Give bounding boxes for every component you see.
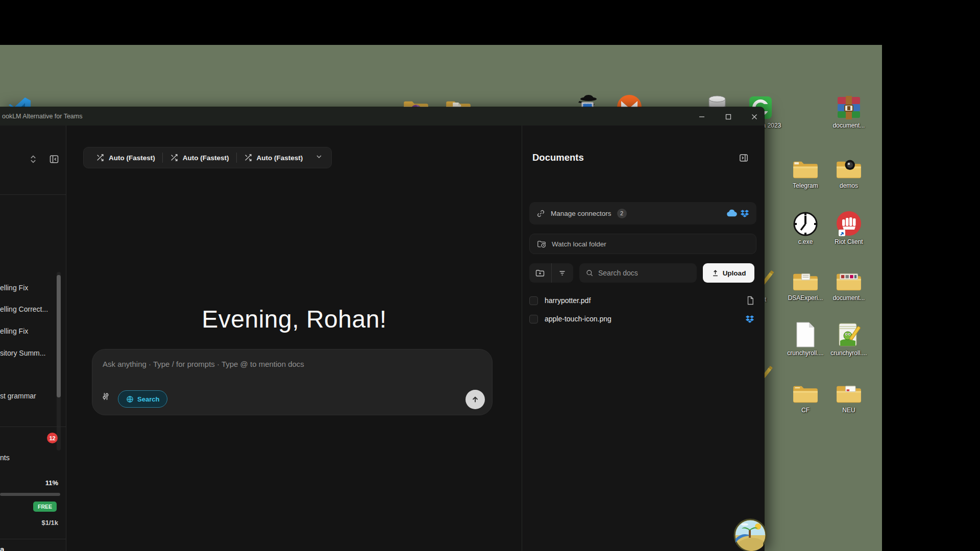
island-app-icon[interactable] — [733, 518, 767, 551]
collapse-documents-button[interactable] — [739, 153, 749, 165]
search-icon — [585, 269, 594, 277]
maximize-button[interactable] — [721, 111, 736, 123]
desktop-icon-label: c.exe — [798, 238, 813, 245]
chat-history-item[interactable]: elling Fix — [0, 327, 28, 336]
dropbox-icon — [745, 315, 754, 323]
divider — [0, 427, 66, 427]
model-selector-label: Auto (Fastest) — [183, 154, 229, 162]
file-row[interactable]: apple-touch-icon.png — [529, 311, 756, 327]
sidebar-nav-item[interactable]: nts — [0, 454, 10, 462]
file-checkbox[interactable] — [529, 315, 538, 323]
filter-button[interactable] — [551, 269, 573, 278]
filter-icon — [558, 269, 567, 278]
desktop-icon-label: Riot Client — [835, 238, 863, 245]
shuffle-icon — [170, 154, 178, 162]
prompt-options-button[interactable] — [101, 391, 111, 404]
desktop-icon-neu[interactable]: NEU — [827, 377, 870, 414]
desktop-icon-cf[interactable]: CF — [784, 377, 827, 414]
prompt-input[interactable] — [103, 360, 429, 368]
send-button[interactable] — [465, 390, 485, 409]
desktop-icon-crunchyroll-doc[interactable]: crunchyroll.... — [784, 319, 827, 357]
letterbox-right — [882, 0, 980, 551]
desktop-icon-document-folder[interactable]: document... — [827, 264, 870, 302]
desktop-icon-label: NEU — [842, 407, 855, 414]
web-search-toggle[interactable]: Search — [118, 390, 167, 408]
chevron-down-icon — [315, 153, 323, 161]
open-panel-icon — [739, 153, 749, 163]
docs-search-input[interactable] — [598, 269, 685, 277]
unfold-icon — [28, 154, 38, 164]
chat-history-item[interactable]: elling Fix — [0, 284, 28, 293]
documents-panel: Documents Manage connectors 2 Watch loca… — [522, 126, 764, 551]
manage-connectors-button[interactable]: Manage connectors 2 — [529, 202, 756, 224]
send-icon — [471, 395, 480, 404]
desktop-icon-label: demos — [840, 182, 858, 189]
docs-search-box[interactable] — [579, 263, 697, 283]
sidebar-scrollbar-thumb[interactable] — [57, 275, 61, 397]
desktop-icon-riot-client[interactable]: Riot Client — [827, 208, 870, 245]
plan-badge: FREE — [33, 502, 57, 512]
letterbox-top — [0, 0, 980, 45]
watch-local-folder-button[interactable]: Watch local folder — [529, 234, 756, 254]
folder-plus-icon — [535, 269, 545, 277]
account-name: a — [0, 545, 4, 551]
folder-watch-icon — [537, 240, 546, 248]
file-row[interactable]: harrypotter.pdf — [529, 293, 756, 308]
new-folder-button[interactable] — [529, 269, 551, 277]
connectors-count-badge: 2 — [617, 209, 627, 218]
close-button[interactable] — [747, 111, 762, 123]
desktop-icon-document-rar[interactable]: document... — [827, 92, 870, 129]
desktop-icon-label: DSAExperi... — [788, 294, 823, 302]
divider — [0, 539, 66, 539]
desktop-icon-tax[interactable]: TAX — [827, 549, 870, 551]
upload-label: Upload — [723, 269, 746, 277]
file-checkbox[interactable] — [529, 296, 538, 305]
desktop-icon-label: document... — [833, 122, 865, 129]
manage-connectors-label: Manage connectors — [551, 210, 611, 217]
documents-toolbar: Upload — [529, 263, 756, 283]
watch-local-folder-label: Watch local folder — [552, 240, 606, 248]
file-icon — [746, 296, 754, 305]
view-controls — [529, 263, 573, 283]
shortcut-arrow-icon — [839, 230, 845, 236]
desktop-icon-crunchyroll-npp[interactable]: crunchyroll.... — [827, 319, 870, 357]
shuffle-icon — [244, 154, 252, 162]
model-selector-1[interactable]: Auto (Fastest) — [89, 154, 162, 162]
collapse-sidebar-button[interactable] — [49, 154, 59, 166]
upload-icon — [712, 269, 719, 277]
minimize-icon — [699, 114, 705, 120]
dropbox-icon — [740, 209, 749, 218]
web-search-label: Search — [137, 395, 159, 403]
desktop-icon-label: document... — [833, 294, 865, 302]
folder-paper-icon — [836, 377, 862, 405]
notepad-plus-plus-icon — [836, 319, 862, 348]
desktop-icon-label: Telegram — [793, 182, 818, 189]
model-selector-bar: Auto (Fastest) Auto (Fastest) Auto (Fast… — [83, 147, 332, 168]
unfold-button[interactable] — [28, 154, 38, 166]
blank-file-icon — [795, 319, 816, 348]
minimize-button[interactable] — [694, 111, 709, 123]
folder-camera-icon — [836, 152, 862, 181]
riot-fist-icon — [836, 208, 862, 237]
folder-icon — [792, 377, 819, 405]
folder-paper-icon — [836, 549, 862, 551]
desktop-icon-demos[interactable]: demos — [827, 152, 870, 189]
model-dropdown-button[interactable] — [310, 153, 326, 163]
chat-history-item[interactable]: sitory Summ... — [0, 349, 45, 358]
desktop-icon-c-exe[interactable]: c.exe — [784, 208, 827, 245]
sidebar-scrollbar[interactable] — [57, 272, 61, 450]
model-selector-2[interactable]: Auto (Fastest) — [163, 154, 236, 162]
close-icon — [751, 114, 757, 120]
model-selector-3[interactable]: Auto (Fastest) — [237, 154, 310, 162]
usage-progress-bar — [0, 493, 60, 496]
file-source — [745, 315, 754, 323]
main-content: Auto (Fastest) Auto (Fastest) Auto (Fast… — [67, 126, 522, 551]
chat-history-item[interactable]: st grammar — [0, 392, 36, 401]
upload-button[interactable]: Upload — [703, 263, 754, 283]
prompt-box[interactable]: Search — [92, 349, 493, 415]
desktop-icon-telegram[interactable]: Telegram — [784, 152, 827, 189]
chat-history-item[interactable]: elling Correct... — [0, 305, 48, 314]
winrar-icon — [836, 92, 862, 120]
greeting-text: Evening, Rohan! — [67, 305, 522, 333]
desktop-icon-dsa-experiments[interactable]: DSAExperi... — [784, 264, 827, 302]
